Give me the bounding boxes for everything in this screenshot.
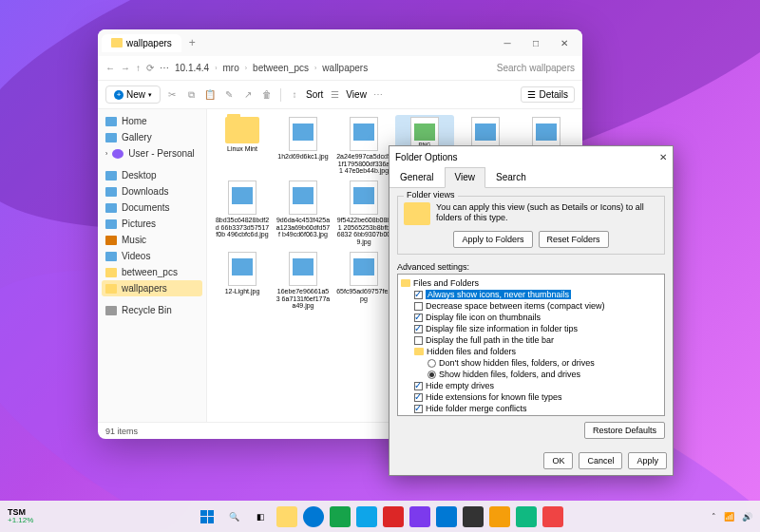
- tree-item[interactable]: Hide extensions for known file types: [401, 391, 661, 403]
- tree-item[interactable]: Show hidden files, folders, and drives: [401, 369, 661, 380]
- nav-user[interactable]: ›User - Personal: [102, 145, 202, 162]
- sort-button[interactable]: ↕: [287, 87, 302, 103]
- share-icon[interactable]: ↗: [240, 87, 256, 103]
- tree-item[interactable]: Hide folder merge conflicts: [401, 403, 661, 414]
- app-icon[interactable]: [489, 506, 510, 527]
- maximize-button[interactable]: □: [522, 31, 550, 54]
- details-button[interactable]: ☰ Details: [521, 86, 575, 103]
- nav-gallery[interactable]: Gallery: [102, 129, 202, 145]
- breadcrumb-root[interactable]: 10.1.4.4: [175, 63, 209, 73]
- breadcrumb-2[interactable]: between_pcs: [253, 63, 309, 73]
- copy-icon[interactable]: ⧉: [183, 87, 199, 103]
- file-item[interactable]: 9f5422be608b08b1 20565253b8bfb6832 6bb93…: [334, 179, 393, 248]
- file-item[interactable]: 12-Light.jpg: [213, 250, 272, 312]
- tree-item[interactable]: Display file icon on thumbnails: [401, 312, 661, 323]
- window-tab[interactable]: wallpapers: [102, 34, 181, 52]
- file-item[interactable]: 8bd35c64828bdf2d 66b3373d57517f0b 496cbf…: [213, 179, 272, 248]
- app-icon[interactable]: [436, 506, 457, 527]
- task-view-icon[interactable]: ◧: [250, 506, 271, 527]
- forward-button[interactable]: →: [121, 63, 130, 73]
- rename-icon[interactable]: ✎: [221, 87, 237, 103]
- tab-general[interactable]: General: [390, 167, 445, 187]
- app-icon[interactable]: [409, 506, 430, 527]
- nav-recycle-bin[interactable]: Recycle Bin: [102, 302, 202, 318]
- search-icon[interactable]: 🔍: [223, 506, 244, 527]
- breadcrumb-1[interactable]: mro: [223, 63, 239, 73]
- file-item[interactable]: 9d6da4c453f425a a123a69b60dfd57f b49cd6f…: [274, 179, 332, 248]
- folder-views-group: Folder views You can apply this view (su…: [397, 196, 665, 255]
- nav-music[interactable]: Music: [102, 232, 202, 248]
- explorer-icon[interactable]: [276, 506, 297, 527]
- breadcrumb-3[interactable]: wallpapers: [322, 63, 368, 73]
- overflow-icon[interactable]: ⋯: [160, 63, 169, 73]
- start-button[interactable]: [197, 506, 218, 527]
- folder-icon: [111, 38, 123, 48]
- nav-downloads[interactable]: Downloads: [102, 183, 202, 200]
- app-icon[interactable]: [516, 506, 537, 527]
- tree-item[interactable]: Decrease space between items (compact vi…: [401, 300, 661, 312]
- image-file-icon: [350, 117, 378, 151]
- nav-desktop[interactable]: Desktop: [102, 167, 202, 183]
- apply-button[interactable]: Apply: [628, 452, 667, 469]
- restore-defaults-button[interactable]: Restore Defaults: [584, 422, 665, 439]
- nav-home[interactable]: Home: [102, 113, 202, 129]
- file-item[interactable]: 1h2d69d6kc1.jpg: [274, 115, 332, 177]
- tree-item[interactable]: Hide empty drives: [401, 380, 661, 391]
- refresh-button[interactable]: ⟳: [146, 63, 154, 73]
- app-icon[interactable]: [383, 506, 404, 527]
- nav-pictures[interactable]: Pictures: [102, 216, 202, 232]
- wifi-icon[interactable]: 📶: [724, 512, 734, 522]
- more-button[interactable]: ⋯: [370, 87, 386, 103]
- nav-between-pcs[interactable]: between_pcs: [102, 264, 202, 280]
- tree-item[interactable]: Hidden files and folders: [401, 346, 661, 357]
- app-icon[interactable]: [463, 506, 484, 527]
- nav-wallpapers[interactable]: wallpapers: [102, 280, 202, 296]
- dialog-titlebar: Folder Options ✕: [390, 146, 673, 167]
- tree-item[interactable]: Don't show hidden files, folders, or dri…: [401, 357, 661, 369]
- ok-button[interactable]: OK: [543, 452, 573, 469]
- tree-item[interactable]: Display the full path in the title bar: [401, 334, 661, 346]
- file-item[interactable]: 2a24e997ca5dcd5 1f1795800df336a1 47e0eb4…: [334, 115, 393, 177]
- delete-icon[interactable]: 🗑: [259, 87, 275, 103]
- file-name: 2a24e997ca5dcd5 1f1795800df336a1 47e0eb4…: [336, 153, 391, 175]
- reset-folders-button[interactable]: Reset Folders: [539, 231, 609, 248]
- file-item[interactable]: 16ebe7e96661a53 6a7131f6ef177aa49.jpg: [274, 250, 332, 312]
- new-tab-button[interactable]: +: [189, 36, 196, 49]
- close-button[interactable]: ✕: [550, 31, 579, 54]
- volume-icon[interactable]: 🔊: [742, 512, 752, 522]
- app-icon[interactable]: [330, 506, 351, 527]
- taskbar-widgets[interactable]: TSM +1.12%: [8, 508, 33, 524]
- nav-videos[interactable]: Videos: [102, 248, 202, 264]
- view-button[interactable]: ☰: [327, 87, 342, 103]
- tab-view[interactable]: View: [445, 167, 486, 188]
- minimize-button[interactable]: ─: [493, 31, 522, 54]
- app-icon[interactable]: [356, 506, 377, 527]
- tab-search[interactable]: Search: [485, 167, 537, 187]
- plus-icon: +: [114, 90, 124, 100]
- tab-title: wallpapers: [126, 38, 172, 48]
- file-item[interactable]: Linux Mint: [213, 115, 272, 177]
- chevron-up-icon[interactable]: ˄: [712, 512, 716, 522]
- back-button[interactable]: ←: [105, 63, 115, 73]
- tree-root[interactable]: Files and Folders: [401, 277, 661, 289]
- cancel-button[interactable]: Cancel: [579, 452, 622, 469]
- image-file-icon: [289, 180, 317, 215]
- tree-item[interactable]: Always show icons, never thumbnails: [401, 289, 661, 300]
- up-button[interactable]: ↑: [136, 63, 141, 73]
- nav-documents[interactable]: Documents: [102, 200, 202, 216]
- dialog-close-button[interactable]: ✕: [659, 152, 667, 162]
- apply-to-folders-button[interactable]: Apply to Folders: [453, 231, 532, 248]
- folder-views-icon: [404, 202, 430, 225]
- file-item[interactable]: 65fc95ad69757fe.jpg: [334, 250, 393, 312]
- search-input[interactable]: Search wallpapers: [497, 63, 575, 73]
- image-file-icon: [289, 252, 317, 286]
- paste-icon[interactable]: 📋: [202, 87, 218, 103]
- system-tray[interactable]: ˄ 📶 🔊: [712, 512, 752, 522]
- advanced-settings-tree[interactable]: Files and FoldersAlways show icons, neve…: [397, 274, 665, 416]
- edge-icon[interactable]: [303, 506, 324, 527]
- new-button[interactable]: + New ▾: [105, 86, 161, 104]
- cut-icon[interactable]: ✂: [164, 87, 180, 103]
- taskbar: TSM +1.12% 🔍 ◧ ˄ 📶 🔊: [0, 501, 760, 532]
- app-icon[interactable]: [542, 506, 563, 527]
- tree-item[interactable]: Display file size information in folder …: [401, 323, 661, 334]
